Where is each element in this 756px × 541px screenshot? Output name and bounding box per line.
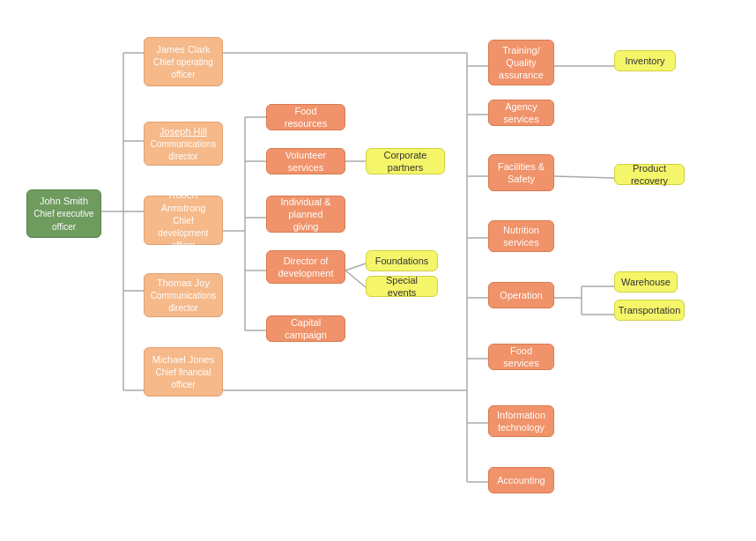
facilities-safety-label: Facilities &Safety: [498, 160, 545, 186]
product-recovery-label: Product recovery: [620, 162, 678, 188]
transportation-node[interactable]: Transportation: [614, 300, 685, 321]
foundations-label: Foundations: [375, 255, 429, 267]
operation-label: Operation: [500, 289, 542, 301]
agency-services-node[interactable]: Agency services: [488, 100, 554, 126]
capital-campaign-node[interactable]: Capital campaign: [266, 315, 345, 342]
thomas-joy-node[interactable]: Thomas JoyCommunicationsdirector: [144, 273, 223, 317]
john-smith-node[interactable]: John SmithChief executiveofficer: [26, 189, 101, 238]
volunteer-services-node[interactable]: Volunteer services: [266, 148, 345, 174]
svg-line-15: [345, 263, 366, 270]
training-quality-node[interactable]: Training/Qualityassurance: [488, 40, 554, 85]
food-services-node[interactable]: Food services: [488, 344, 554, 370]
inventory-label: Inventory: [625, 55, 664, 67]
john-smith-label: John SmithChief executiveofficer: [33, 195, 93, 233]
individual-planned-node[interactable]: Individual & plannedgiving: [266, 196, 345, 233]
director-development-node[interactable]: Director ofdevelopment: [266, 250, 345, 284]
food-resources-label: Food resources: [272, 105, 339, 130]
food-resources-node[interactable]: Food resources: [266, 104, 345, 130]
accounting-label: Accounting: [497, 474, 545, 486]
warehouse-node[interactable]: Warehouse: [614, 271, 678, 293]
corporate-partners-node[interactable]: Corporate partners: [366, 148, 445, 174]
information-tech-label: Informationtechnology: [497, 409, 545, 434]
capital-campaign-label: Capital campaign: [272, 316, 339, 342]
nutrition-services-label: Nutritionservices: [503, 224, 539, 249]
joseph-hill-node[interactable]: Joseph HillCommunicationsdirector: [144, 122, 223, 166]
warehouse-label: Warehouse: [621, 276, 671, 288]
michael-jones-label: Michael JonesChief financialofficer: [152, 353, 214, 391]
michael-jones-node[interactable]: Michael JonesChief financialofficer: [144, 347, 223, 396]
robert-armstrong-label: Robert ArmstrongChief developmentofficer: [150, 189, 217, 251]
individual-planned-label: Individual & plannedgiving: [272, 196, 339, 233]
nutrition-services-node[interactable]: Nutritionservices: [488, 220, 554, 252]
facilities-safety-node[interactable]: Facilities &Safety: [488, 154, 554, 191]
volunteer-services-label: Volunteer services: [272, 149, 339, 174]
accounting-node[interactable]: Accounting: [488, 467, 554, 493]
james-clark-node[interactable]: James ClarkChief operatingofficer: [144, 37, 223, 86]
training-quality-label: Training/Qualityassurance: [499, 44, 544, 82]
product-recovery-node[interactable]: Product recovery: [614, 164, 685, 185]
org-chart: John SmithChief executiveofficer James C…: [0, 0, 756, 541]
transportation-label: Transportation: [619, 304, 681, 316]
information-tech-node[interactable]: Informationtechnology: [488, 405, 554, 437]
special-events-label: Special events: [372, 274, 432, 300]
special-events-node[interactable]: Special events: [366, 276, 438, 297]
james-clark-label: James ClarkChief operatingofficer: [153, 43, 213, 81]
director-development-label: Director ofdevelopment: [278, 255, 334, 280]
corporate-partners-label: Corporate partners: [372, 149, 439, 174]
foundations-node[interactable]: Foundations: [366, 250, 438, 271]
joseph-hill-label: Joseph HillCommunicationsdirector: [151, 125, 216, 163]
thomas-joy-label: Thomas JoyCommunicationsdirector: [151, 277, 216, 315]
svg-line-29: [554, 176, 614, 178]
inventory-node[interactable]: Inventory: [614, 50, 676, 71]
food-services-label: Food services: [494, 345, 548, 370]
robert-armstrong-node[interactable]: Robert ArmstrongChief developmentofficer: [144, 196, 223, 245]
svg-line-16: [345, 270, 366, 287]
operation-node[interactable]: Operation: [488, 282, 554, 308]
agency-services-label: Agency services: [494, 100, 548, 126]
